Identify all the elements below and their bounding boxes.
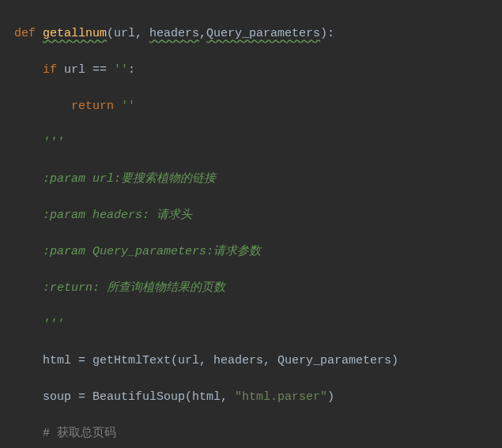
code-line: html = getHtmlText(url, headers, Query_p… (14, 352, 502, 370)
comma: , (199, 27, 206, 40)
code-line: :param url:要搜索植物的链接 (14, 170, 502, 188)
docstring-close: ''' (43, 318, 64, 331)
function-name: getallnum (43, 27, 107, 40)
code-line: if url == '': (14, 61, 502, 79)
docstring: :param url:要搜索植物的链接 (43, 172, 216, 186)
comment: # 获取总页码 (43, 427, 116, 440)
docstring: :param Query_parameters:请求参数 (43, 245, 261, 258)
code-line: :param headers: 请求头 (14, 206, 502, 224)
keyword-def: def (14, 27, 43, 40)
args: (url, headers, Query_parameters) (171, 354, 398, 367)
param-headers: headers (149, 27, 199, 40)
call: getHtmlText (92, 354, 171, 367)
colon: : (128, 63, 135, 77)
operator: == (92, 63, 107, 77)
code-editor[interactable]: def getallnum(url, headers,Query_paramet… (0, 0, 502, 448)
string: "html.parser" (235, 390, 327, 404)
assign: soup = BeautifulSoup(html, (43, 390, 235, 404)
string-empty: '' (107, 63, 128, 77)
code-line: :param Query_parameters:请求参数 (14, 243, 502, 261)
code-line: # 获取总页码 (14, 424, 502, 442)
code-line: ''' (14, 315, 502, 333)
docstring: :return: 所查询植物结果的页数 (43, 281, 225, 295)
params-open: (url, (107, 27, 149, 40)
param-query: Query_parameters (206, 27, 320, 40)
docstring: :param headers: 请求头 (43, 209, 192, 222)
expr: url (57, 63, 92, 77)
params-close: ): (320, 27, 334, 40)
code-line: def getallnum(url, headers,Query_paramet… (14, 24, 502, 43)
keyword-return: return (71, 100, 114, 113)
code-line: ''' (14, 134, 502, 152)
assign: html = (43, 354, 92, 367)
docstring-open: ''' (43, 136, 64, 149)
keyword-if: if (43, 63, 57, 77)
close: ) (327, 390, 334, 404)
code-line: :return: 所查询植物结果的页数 (14, 279, 502, 297)
code-line: return '' (14, 97, 502, 115)
string-empty: '' (114, 100, 135, 113)
code-line: soup = BeautifulSoup(html, "html.parser"… (14, 388, 502, 406)
